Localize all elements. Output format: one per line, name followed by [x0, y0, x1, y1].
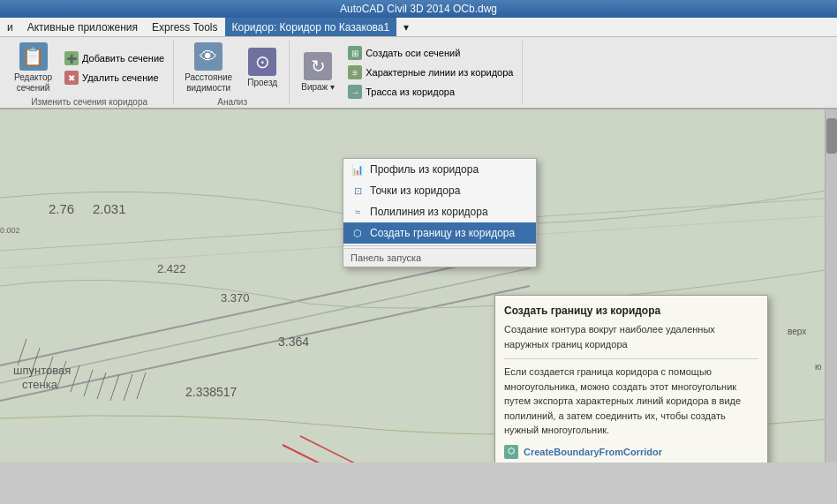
ribbon-group-editor-buttons: 📋 Редакторсечений ➕ Добавить сечение ✖ У…: [11, 41, 168, 95]
editor-icon: 📋: [19, 42, 48, 71]
distance-label: Расстояниевидимости: [185, 72, 232, 94]
svg-text:2.031: 2.031: [93, 201, 126, 216]
ribbon-btn-editor[interactable]: 📋 Редакторсечений: [11, 41, 56, 95]
remove-section-label: Удалить сечение: [82, 72, 159, 83]
dropdown-item-boundary[interactable]: ⬡ Создать границу из коридора: [343, 222, 536, 244]
ribbon-btn-drive[interactable]: ⊙ Проезд: [241, 46, 283, 90]
menu-item-express-tools[interactable]: Express Tools: [145, 18, 224, 36]
ribbon-group-editor-label: Изменить сечения коридора: [11, 95, 168, 107]
charlines-icon: ≡: [348, 65, 362, 79]
tooltip-title: Создать границу из коридора: [504, 303, 758, 319]
ribbon-group-virage-buttons: ↻ Вираж ▾ ⊞ Создать оси сечений ≡ Характ…: [297, 41, 517, 104]
tooltip-extended: Если создается граница коридора с помощь…: [504, 358, 758, 438]
virage-icon: ↻: [304, 52, 332, 80]
menu-bar: и Активные приложения Express Tools Кори…: [0, 18, 837, 37]
trassa-label: Трасса из коридора: [366, 87, 455, 97]
svg-text:3.370: 3.370: [221, 291, 250, 305]
svg-text:верх: верх: [788, 327, 806, 336]
points-icon: ⊡: [351, 184, 365, 198]
dropdown-item-profile[interactable]: 📊 Профиль из коридора: [343, 159, 536, 180]
ribbon-group-virage: ↻ Вираж ▾ ⊞ Создать оси сечений ≡ Характ…: [291, 41, 523, 104]
create-axes-icon: ⊞: [348, 46, 362, 60]
svg-text:2.338517: 2.338517: [185, 385, 238, 399]
tooltip-panel: Создать границу из коридора Создание кон…: [494, 295, 768, 463]
dropdown-separator: [343, 245, 536, 246]
dropdown-panel[interactable]: Панель запуска: [343, 248, 536, 267]
tooltip-command: ⬡ CreateBoundaryFromCorridor: [504, 445, 758, 460]
ribbon-btn-charlines[interactable]: ≡ Характерные линии из коридора: [344, 64, 517, 81]
dropdown-item-polyline[interactable]: ≈ Полилиния из коридора: [343, 201, 536, 222]
menu-item-i[interactable]: и: [0, 18, 20, 36]
svg-text:ю: ю: [815, 362, 822, 372]
points-label: Точки из коридора: [370, 184, 460, 197]
drive-icon: ⊙: [248, 48, 276, 76]
ribbon-group-analysis-buttons: 👁 Расстояниевидимости ⊙ Проезд: [181, 41, 283, 95]
trassa-icon: →: [348, 85, 362, 99]
ribbon-btn-remove-section[interactable]: ✖ Удалить сечение: [61, 69, 168, 87]
polyline-label: Полилиния из коридора: [370, 206, 488, 218]
title-bar: AutoCAD Civil 3D 2014 OCb.dwg: [0, 0, 837, 18]
menu-item-active-apps[interactable]: Активные приложения: [20, 18, 145, 36]
boundary-label: Создать границу из коридора: [370, 227, 515, 239]
ribbon-btn-trassa[interactable]: → Трасса из коридора: [344, 83, 517, 101]
scrollbar-right[interactable]: [825, 109, 837, 463]
profile-label: Профиль из коридора: [370, 163, 479, 176]
drive-label: Проезд: [247, 78, 277, 88]
svg-text:шпунтовая: шпунтовая: [13, 364, 71, 377]
dropdown-menu: 📊 Профиль из коридора ⊡ Точки из коридор…: [343, 158, 537, 267]
dropdown-item-points[interactable]: ⊡ Точки из коридора: [343, 180, 536, 201]
create-axes-label: Создать оси сечений: [366, 48, 460, 58]
ribbon-content: 📋 Редакторсечений ➕ Добавить сечение ✖ У…: [0, 37, 837, 108]
charlines-label: Характерные линии из коридора: [366, 67, 513, 78]
add-section-label: Добавить сечение: [82, 53, 164, 64]
ribbon-btn-create-axes[interactable]: ⊞ Создать оси сечений: [344, 44, 517, 62]
ribbon-btn-add-section[interactable]: ➕ Добавить сечение: [61, 49, 168, 67]
ribbon-group-analysis: 👁 Расстояниевидимости ⊙ Проезд Анализ: [176, 41, 290, 104]
editor-label: Редакторсечений: [14, 72, 52, 94]
drawing-area: 2.76 2.031 2.422 3.370 0.002 3.364 2.338…: [0, 109, 837, 463]
menu-item-arrow[interactable]: ▾: [396, 18, 416, 36]
ribbon: 📋 Редакторсечений ➕ Добавить сечение ✖ У…: [0, 37, 837, 109]
ribbon-btn-distance[interactable]: 👁 Расстояниевидимости: [181, 41, 236, 95]
svg-text:стенка: стенка: [22, 378, 58, 391]
add-section-icon: ➕: [64, 51, 79, 65]
ribbon-col-add-remove: ➕ Добавить сечение ✖ Удалить сечение: [61, 49, 168, 87]
ribbon-group-analysis-label: Анализ: [181, 95, 283, 107]
ribbon-btn-virage[interactable]: ↻ Вираж ▾: [297, 50, 339, 94]
svg-text:3.364: 3.364: [278, 335, 309, 349]
tooltip-description: Создание контура вокруг наиболее удаленн…: [504, 322, 758, 351]
panel-label: Панель запуска: [351, 252, 421, 263]
remove-section-icon: ✖: [64, 71, 79, 85]
profile-icon: 📊: [351, 162, 365, 177]
svg-text:0.002: 0.002: [0, 226, 20, 235]
svg-text:2.76: 2.76: [49, 201, 74, 216]
ribbon-col-corridor-actions: ⊞ Создать оси сечений ≡ Характерные лини…: [344, 44, 517, 101]
ribbon-group-editor: 📋 Редакторсечений ➕ Добавить сечение ✖ У…: [5, 41, 174, 104]
boundary-icon: ⬡: [351, 226, 365, 240]
tooltip-command-text: CreateBoundaryFromCorridor: [524, 445, 662, 460]
scrollbar-thumb[interactable]: [826, 118, 837, 154]
distance-icon: 👁: [194, 42, 222, 71]
menu-item-corridor[interactable]: Коридор: Коридор по Казакова1: [225, 18, 397, 36]
svg-text:2.422: 2.422: [157, 262, 186, 275]
polyline-icon: ≈: [351, 205, 365, 219]
tooltip-command-icon: ⬡: [504, 445, 518, 459]
title-text: AutoCAD Civil 3D 2014 OCb.dwg: [340, 3, 497, 15]
virage-label: Вираж ▾: [301, 82, 335, 93]
